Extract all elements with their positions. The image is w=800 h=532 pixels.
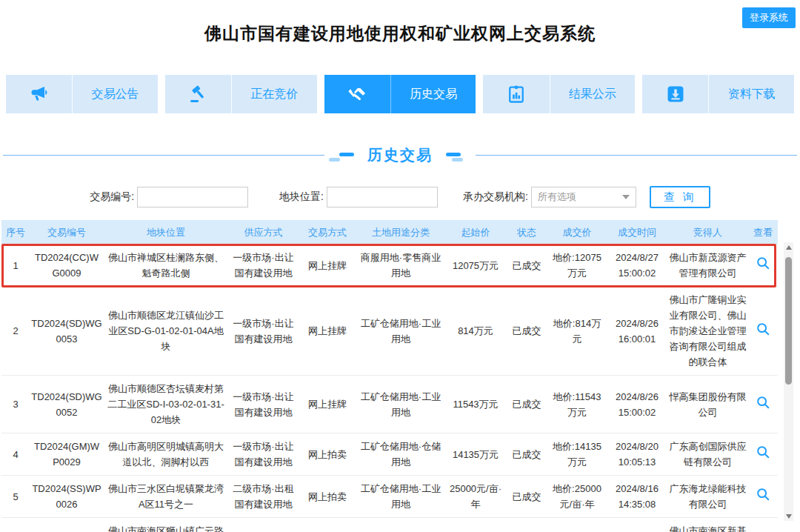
- cell-view: [748, 376, 778, 433]
- cell-land_use: 工矿仓储用地·工业用地: [356, 287, 445, 376]
- cell-winner: 佛山市广隆铜业实业有限公司、佛山市韵浚达企业管理咨询有限公司组成的联合体: [667, 287, 748, 376]
- cell-location: 佛山市顺德区龙江镇仙沙工业区SD-G-01-02-01-04A地块: [104, 287, 228, 376]
- scrollbar-thumb[interactable]: [785, 257, 792, 385]
- tab-label: 历史交易: [391, 75, 476, 113]
- cell-seq: 5: [1, 476, 30, 518]
- cell-start_price: 12075万元: [445, 245, 506, 287]
- handshake-icon: [324, 75, 391, 113]
- table-row: 6TD2024(NH)WG0040佛山市南海区狮山镇广云路南侧、广佛肇城际轨道西…: [1, 518, 778, 532]
- chevron-down-icon: [622, 195, 630, 199]
- cell-location: 佛山市禅城区桂澜路东侧、魁奇路北侧: [104, 245, 228, 287]
- cell-status: 已成交: [506, 376, 547, 433]
- tab-交易公告[interactable]: 交易公告: [6, 75, 158, 113]
- deal-no-input[interactable]: [137, 187, 248, 207]
- cell-deal_time: 2024/8/27 15:00:02: [607, 245, 667, 287]
- cell-winner: 悍高集团股份有限公司: [667, 376, 748, 433]
- column-header: 序号: [1, 220, 30, 245]
- cell-supply: 一级市场·出让 国有建设用地: [228, 433, 299, 476]
- scroll-down-arrow-icon[interactable]: [784, 511, 793, 521]
- cell-land_use: 工矿仓储用地·仓储用地: [356, 433, 445, 476]
- cell-view: [748, 518, 778, 532]
- cell-deal_no: TD2024(SS)WP0026: [30, 476, 104, 518]
- cell-start_price: 25000元/亩·年: [445, 476, 506, 518]
- magnifier-icon[interactable]: [756, 395, 770, 410]
- history-table: 序号交易编号地块位置供应方式交易方式土地用途分类起始价状态成交价成交时间竞得人查…: [1, 220, 778, 532]
- table-row: 1TD2024(CC)WG0009佛山市禅城区桂澜路东侧、魁奇路北侧一级市场·出…: [1, 245, 778, 287]
- cell-supply: 一级市场·出让 国有建设用地: [228, 245, 299, 287]
- magnifier-icon[interactable]: [756, 487, 770, 502]
- agency-label: 承办交易机构:: [463, 190, 528, 204]
- column-header: 地块位置: [104, 220, 228, 245]
- cell-deal_time: 2024/8/16 14:35:08: [607, 476, 667, 518]
- cell-deal_time: 2024/8/26 15:00:02: [607, 376, 667, 433]
- cell-method: 网上挂牌: [299, 376, 356, 433]
- cell-deal_no: TD2024(CC)WG0009: [30, 245, 104, 287]
- cell-method: 网上拍卖: [299, 476, 356, 518]
- cell-deal_time: 2024/8/26 16:00:01: [607, 287, 667, 376]
- tab-正在竞价[interactable]: 正在竞价: [165, 75, 317, 113]
- tab-资料下载[interactable]: 资料下载: [642, 75, 794, 113]
- scroll-up-arrow-icon[interactable]: [784, 242, 793, 252]
- tab-历史交易[interactable]: 历史交易: [324, 75, 476, 113]
- column-header: 起始价: [445, 220, 506, 245]
- magnifier-icon[interactable]: [756, 445, 770, 459]
- tab-结果公示[interactable]: 结果公示: [483, 75, 635, 113]
- cell-deal_time: 2024/8/20 10:05:13: [607, 433, 667, 476]
- cell-deal_price: 地价:25000元/亩·年: [547, 476, 607, 518]
- nav-tabs: 交易公告正在竞价历史交易结果公示资料下载: [0, 75, 800, 113]
- cell-status: 已成交: [506, 245, 547, 287]
- cell-status: 已成交: [506, 433, 547, 476]
- column-header: 供应方式: [228, 220, 299, 245]
- cell-winner: 佛山市南海区新基建科技投资有限公司: [667, 518, 748, 532]
- agency-select[interactable]: 所有选项: [531, 187, 636, 207]
- column-header: 成交价: [547, 220, 607, 245]
- cell-supply: 一级市场·出让 国有建设用地: [228, 518, 299, 532]
- divider-line-left: [3, 155, 324, 156]
- megaphone-icon: [6, 75, 73, 113]
- cell-seq: 3: [1, 376, 30, 433]
- agency-selected-value: 所有选项: [538, 190, 576, 204]
- page: 登录系统 佛山市国有建设用地使用权和矿业权网上交易系统 交易公告正在竞价历史交易…: [0, 0, 800, 532]
- cell-method: 网上挂牌: [299, 287, 356, 376]
- magnifier-icon[interactable]: [756, 322, 770, 336]
- cell-deal_price: 地价:11543万元: [547, 376, 607, 433]
- cell-seq: 2: [1, 287, 30, 376]
- search-bar: 交易编号: 地块位置: 承办交易机构: 所有选项 查 询: [0, 186, 800, 208]
- cell-supply: 一级市场·出让 国有建设用地: [228, 376, 299, 433]
- cell-deal_price: 地价:814万元: [547, 287, 607, 376]
- cell-deal_price: 地价:14135万元: [547, 433, 607, 476]
- cell-winner: 广东海龙绿能科技有限公司: [667, 476, 748, 518]
- cell-start_price: 11543万元: [445, 376, 506, 433]
- cell-land_use: 工矿仓储用地·工业用地: [356, 476, 445, 518]
- column-header: 状态: [506, 220, 547, 245]
- cell-deal_no: TD2024(NH)WG0040: [30, 518, 104, 532]
- cell-status: 已成交: [506, 518, 547, 532]
- table-row: 5TD2024(SS)WP0026佛山市三水区白坭镇聚龙湾A区11号之一二级市场…: [1, 476, 778, 518]
- cell-start_price: 14135万元: [445, 433, 506, 476]
- page-title: 佛山市国有建设用地使用权和矿业权网上交易系统: [0, 0, 800, 45]
- location-input[interactable]: [327, 187, 438, 207]
- table-row: 3TD2024(SD)WG0052佛山市顺德区杏坛镇麦村第二工业区SD-I-03…: [1, 376, 778, 433]
- column-header: 竞得人: [667, 220, 748, 245]
- cell-status: 已成交: [506, 476, 547, 518]
- tab-label: 结果公示: [550, 75, 636, 113]
- cell-location: 佛山市三水区白坭镇聚龙湾A区11号之一: [104, 476, 228, 518]
- cell-method: 网上挂牌: [299, 245, 356, 287]
- title-dash-decoration-left: [329, 148, 351, 162]
- cell-location: 佛山市高明区明城镇高明大道以北、洞脚村以西: [104, 433, 228, 476]
- column-header: 交易编号: [30, 220, 104, 245]
- cell-land_use: 工矿仓储用地·工业用地: [356, 518, 445, 532]
- cell-deal_price: 地价:7190万元: [547, 518, 607, 532]
- vertical-scrollbar[interactable]: [784, 242, 793, 521]
- cell-view: [748, 287, 778, 376]
- magnifier-icon[interactable]: [756, 256, 770, 270]
- login-button[interactable]: 登录系统: [742, 7, 796, 28]
- cell-land_use: 工矿仓储用地·工业用地: [356, 376, 445, 433]
- cell-supply: 一级市场·出让 国有建设用地: [228, 287, 299, 376]
- cell-location: 佛山市顺德区杏坛镇麦村第二工业区SD-I-03-02-01-31-02地块: [104, 376, 228, 433]
- query-button[interactable]: 查 询: [650, 186, 710, 208]
- cell-status: 已成交: [506, 287, 547, 376]
- column-header: 查看: [748, 220, 778, 245]
- cell-deal_no: TD2024(SD)WG0052: [30, 376, 104, 433]
- cell-winner: 佛山市新茂源资产管理有限公司: [667, 245, 748, 287]
